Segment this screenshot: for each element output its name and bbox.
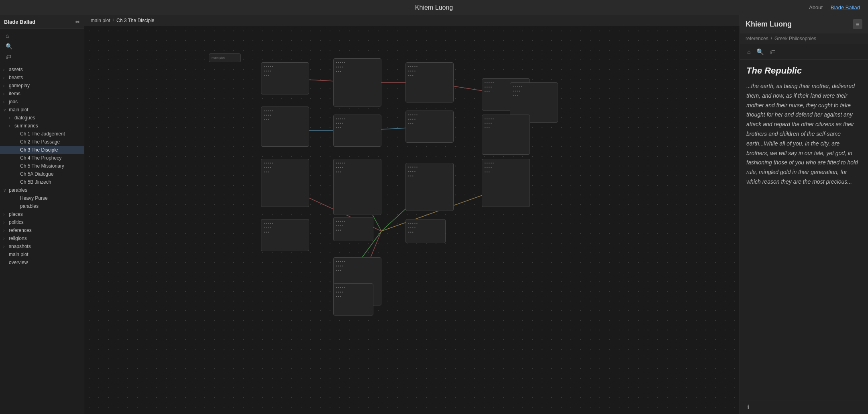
graph-node-n13[interactable]: ▪ ▪ ▪ ▪ ▪▪ ▪ ▪ ▪▪ ▪ ▪ [405, 163, 454, 211]
sidebar-header: Blade Ballad ⇔ [0, 15, 84, 29]
tree-label-ch4: Ch 4 The Prophecy [20, 155, 81, 161]
canvas-grid[interactable]: main plot▪ ▪ ▪ ▪ ▪▪ ▪ ▪ ▪▪ ▪ ▪▪ ▪ ▪ ▪ ▪▪… [84, 26, 740, 414]
tree-label-heavy-purse: Heavy Purse [20, 195, 81, 201]
tree-arrow-places: › [3, 212, 9, 217]
graph-node-n19[interactable]: ▪ ▪ ▪ ▪ ▪▪ ▪ ▪ ▪▪ ▪ ▪ [333, 283, 373, 316]
right-panel-menu-button[interactable]: ≡ [853, 19, 862, 29]
tree-arrow-assets: › [3, 68, 9, 72]
rp-breadcrumb-part1: references [746, 36, 768, 41]
right-panel-breadcrumb: references / Greek Philosophies [740, 33, 868, 44]
tree-arrow-gameplay: › [3, 84, 9, 88]
rp-tag-icon[interactable]: 🏷 [768, 47, 777, 56]
sidebar-item-snapshots[interactable]: ›snapshots [0, 242, 84, 250]
sidebar-search-icon[interactable]: 🔍 [3, 41, 15, 51]
graph-node-n4[interactable]: ▪ ▪ ▪ ▪ ▪▪ ▪ ▪ ▪▪ ▪ ▪ [405, 62, 454, 102]
tree-label-jobs: jobs [9, 99, 81, 105]
graph-node-n1[interactable]: main plot [209, 53, 241, 62]
graph-node-n8[interactable]: ▪ ▪ ▪ ▪ ▪▪ ▪ ▪ ▪▪ ▪ ▪ [333, 115, 381, 147]
rp-home-icon[interactable]: ⌂ [746, 47, 752, 56]
sidebar-item-dialogues[interactable]: ›dialogues [0, 114, 84, 122]
tree-label-snapshots: snapshots [9, 244, 81, 249]
tree-arrow-snapshots: › [3, 244, 9, 249]
tree-label-ch5b: Ch 5B Jinzech [20, 179, 81, 185]
tree-label-assets: assets [9, 67, 81, 72]
sidebar-item-summaries[interactable]: ›summaries [0, 122, 84, 130]
breadcrumb-sep1: / [113, 18, 114, 23]
tree-arrow-beasts: › [3, 76, 9, 80]
graph-node-n12[interactable]: ▪ ▪ ▪ ▪ ▪▪ ▪ ▪ ▪▪ ▪ ▪ [333, 159, 381, 215]
sidebar-item-main-plot[interactable]: ∨main plot [0, 106, 84, 114]
rp-search-icon[interactable]: 🔍 [755, 47, 766, 56]
sidebar-item-politics[interactable]: ›politics [0, 218, 84, 226]
graph-node-n3[interactable]: ▪ ▪ ▪ ▪ ▪▪ ▪ ▪ ▪▪ ▪ ▪ [333, 58, 381, 107]
sidebar-item-main-plot-link[interactable]: main plot [0, 250, 84, 258]
tree-label-parables-child: parables [20, 203, 81, 209]
sidebar-item-places[interactable]: ›places [0, 210, 84, 218]
graph-node-n17[interactable]: ▪ ▪ ▪ ▪ ▪▪ ▪ ▪ ▪▪ ▪ ▪ [405, 219, 446, 243]
sidebar-item-beasts[interactable]: ›beasts [0, 74, 84, 82]
content-area: main plot / Ch 3 The Disciple main plot▪… [84, 15, 740, 414]
sidebar-item-ch5[interactable]: Ch 5 The Missionary [0, 162, 84, 170]
sidebar-item-gameplay[interactable]: ›gameplay [0, 82, 84, 90]
graph-node-n14[interactable]: ▪ ▪ ▪ ▪ ▪▪ ▪ ▪ ▪▪ ▪ ▪ [482, 159, 530, 207]
document-title: The Republic [746, 66, 862, 76]
sidebar-tree: ›assets›beasts›gameplay›items›jobs∨main … [0, 64, 84, 414]
graph-node-n15[interactable]: ▪ ▪ ▪ ▪ ▪▪ ▪ ▪ ▪▪ ▪ ▪ [261, 219, 309, 251]
tree-label-gameplay: gameplay [9, 83, 81, 88]
sidebar-item-ch2[interactable]: Ch 2 The Passage [0, 138, 84, 146]
tree-arrow-parables: ∨ [3, 188, 9, 193]
right-panel-icon-bar: ⌂ 🔍 🏷 [740, 44, 868, 60]
graph-node-n10[interactable]: ▪ ▪ ▪ ▪ ▪▪ ▪ ▪ ▪▪ ▪ ▪ [482, 115, 530, 155]
sidebar-adjust-icon[interactable]: ⇔ [75, 18, 80, 25]
nav-links: About Blade Ballad [809, 4, 860, 10]
tree-arrow-references: › [3, 228, 9, 233]
sidebar: Blade Ballad ⇔ ⌂ 🔍 🏷 ›assets›beasts›game… [0, 15, 84, 414]
tree-label-references: references [9, 227, 81, 233]
breadcrumb-part1: main plot [91, 18, 110, 23]
sidebar-icon-bar: ⌂ 🔍 🏷 [0, 29, 84, 64]
breadcrumb-bar: main plot / Ch 3 The Disciple [84, 15, 740, 26]
document-text: ...the earth, as being their mother, del… [746, 82, 862, 187]
sidebar-item-ch5b[interactable]: Ch 5B Jinzech [0, 178, 84, 186]
about-link[interactable]: About [809, 4, 823, 10]
sidebar-item-heavy-purse[interactable]: Heavy Purse [0, 194, 84, 202]
main-layout: Blade Ballad ⇔ ⌂ 🔍 🏷 ›assets›beasts›game… [0, 15, 868, 414]
sidebar-item-ch3[interactable]: Ch 3 The Disciple [0, 146, 84, 154]
right-panel-bottom-icon-bar: ℹ [740, 400, 868, 414]
tree-label-overview: overview [9, 260, 81, 265]
graph-node-n16[interactable]: ▪ ▪ ▪ ▪ ▪▪ ▪ ▪ ▪▪ ▪ ▪ [333, 217, 373, 241]
sidebar-item-ch5a[interactable]: Ch 5A Dialogue [0, 170, 84, 178]
sidebar-item-parables[interactable]: ∨parables [0, 186, 84, 194]
right-panel-header: Khiem Luong ≡ [740, 15, 868, 33]
graph-node-n9[interactable]: ▪ ▪ ▪ ▪ ▪▪ ▪ ▪ ▪▪ ▪ ▪ [405, 111, 454, 143]
tree-label-main-plot-link: main plot [9, 252, 81, 257]
tree-label-summaries: summaries [14, 123, 81, 129]
sidebar-item-jobs[interactable]: ›jobs [0, 98, 84, 106]
rp-info-icon[interactable]: ℹ [746, 403, 751, 411]
sidebar-home-icon[interactable]: ⌂ [3, 31, 11, 41]
sidebar-item-items[interactable]: ›items [0, 90, 84, 98]
tree-arrow-religions: › [3, 236, 9, 241]
tree-label-ch2: Ch 2 The Passage [20, 139, 81, 145]
blade-ballad-link[interactable]: Blade Ballad [831, 4, 860, 10]
tree-label-politics: politics [9, 219, 81, 225]
sidebar-tag-icon[interactable]: 🏷 [3, 52, 14, 61]
tree-arrow-items: › [3, 92, 9, 96]
sidebar-item-ch1[interactable]: Ch 1 The Judgement [0, 130, 84, 138]
graph-node-n11[interactable]: ▪ ▪ ▪ ▪ ▪▪ ▪ ▪ ▪▪ ▪ ▪ [261, 159, 309, 207]
rp-breadcrumb-sep: / [771, 36, 772, 41]
sidebar-item-religions[interactable]: ›religions [0, 234, 84, 242]
sidebar-item-parables-child[interactable]: parables [0, 202, 84, 210]
right-panel-title: Khiem Luong [746, 20, 792, 29]
sidebar-item-references[interactable]: ›references [0, 226, 84, 234]
graph-node-n2[interactable]: ▪ ▪ ▪ ▪ ▪▪ ▪ ▪ ▪▪ ▪ ▪ [261, 62, 309, 94]
graph-node-n7[interactable]: ▪ ▪ ▪ ▪ ▪▪ ▪ ▪ ▪▪ ▪ ▪ [261, 107, 309, 147]
sidebar-item-assets[interactable]: ›assets [0, 66, 84, 74]
tree-label-dialogues: dialogues [14, 115, 81, 121]
sidebar-item-ch4[interactable]: Ch 4 The Prophecy [0, 154, 84, 162]
app-title: Khiem Luong [415, 4, 453, 11]
tree-label-items: items [9, 91, 81, 96]
sidebar-item-overview[interactable]: overview [0, 258, 84, 266]
tree-label-beasts: beasts [9, 75, 81, 80]
tree-label-parables: parables [9, 187, 81, 193]
